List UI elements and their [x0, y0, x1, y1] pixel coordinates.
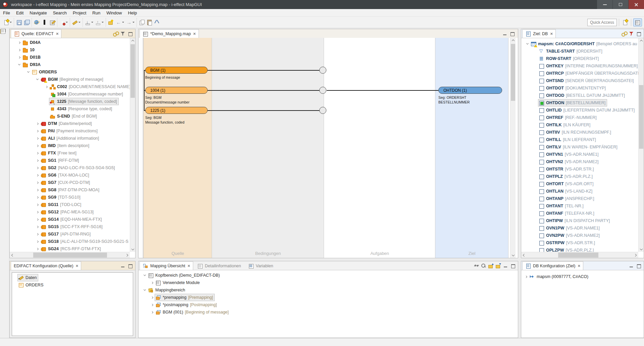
scrollbar-thumb[interactable] [639, 85, 643, 149]
expand-arrow-icon[interactable] [44, 86, 49, 88]
tree-row-ohtilv[interactable]: OHTILV[ILN WAREN- EMPFÄNGER] [521, 143, 638, 151]
close-button[interactable] [629, 0, 644, 9]
tree-row-ohtvn2[interactable]: OHTVN2[VS-ADR.NAME2] [521, 158, 638, 165]
tab-detailinformationen[interactable]: Detailinformationen [194, 261, 244, 270]
cut-button[interactable] [153, 19, 161, 26]
mapgui-perspective-button[interactable] [633, 18, 642, 26]
mapping-canvas[interactable]: Quelle Bedingungen Aufgaben Ziel BGM (1)… [139, 38, 518, 258]
scroll-down-icon[interactable] [511, 253, 516, 258]
tree-row-ohtlid[interactable]: OHTLID[LIEFERTERMIN DATUM JHJJMMTT] [521, 107, 638, 114]
menu-project[interactable]: Project [70, 9, 89, 16]
maximize-icon[interactable] [636, 263, 642, 269]
menu-edit[interactable]: Edit [13, 9, 26, 16]
menu-help[interactable]: Help [125, 9, 140, 16]
save-all-button[interactable] [23, 19, 31, 26]
palette-strip[interactable] [139, 38, 144, 258]
save-as-button[interactable] [48, 19, 56, 26]
close-tab-icon[interactable]: × [193, 31, 196, 36]
sort-icon[interactable] [473, 263, 479, 269]
filter-icon[interactable] [120, 31, 126, 37]
minimize-button[interactable] [597, 0, 612, 9]
marker-button[interactable] [41, 19, 48, 26]
maximize-icon[interactable] [127, 263, 133, 269]
scrollbar-thumb[interactable] [511, 44, 515, 101]
tree-row-ostrpw[interactable]: OSTRPW[VS-ADR.STR.] [521, 239, 638, 247]
tab-ziel-db[interactable]: Ziel: DB × [522, 29, 556, 38]
tree-row-ovn1pw[interactable]: OVN1PW[VS-ADR.NAME1] [521, 224, 638, 232]
tree-row-d93a[interactable]: D93A [10, 61, 130, 68]
dropdown-arrow-icon[interactable] [66, 22, 68, 23]
expand-arrow-icon[interactable] [149, 304, 155, 306]
tree-row-sg18[interactable]: SG18[ALC-ALI-DTM-SG19-SG20-SG21-S [10, 238, 130, 245]
tree-row-mapsm-i009777t-c#aco-[interactable]: mapsm (I009777T, C#ACO) [521, 273, 644, 280]
copy-button[interactable] [138, 19, 146, 26]
tree-row-mapsm-c#aco-ordersht[interactable]: mapsm: C#ACO/ORDERSHT[Beispiel ORDERS au [521, 40, 638, 48]
tree-row-mappingbereich[interactable]: Mappingbereich [139, 286, 518, 294]
vertical-scrollbar[interactable] [510, 38, 516, 258]
tree-row-ohtort[interactable]: OHTORT[VS-ADR.ORT] [521, 180, 638, 188]
mapping-port-1225[interactable] [319, 107, 326, 114]
tree-row--premapping[interactable]: *premapping[Premapping] [139, 294, 518, 301]
tab-edifact-konfiguration[interactable]: EDIFACT Konfiguration (Quelle) × [11, 261, 81, 270]
tree-row-ohtipw[interactable]: OHTIPW[ILN DISPATCH PARTY] [521, 217, 638, 224]
scroll-right-icon[interactable] [124, 253, 130, 258]
tree-row-imd[interactable]: IMD[Item description] [10, 142, 130, 149]
tree-row-1225[interactable]: 1225[Message function, coded] [10, 98, 130, 105]
dropdown-arrow-icon[interactable] [102, 22, 104, 23]
close-tab-icon[interactable]: × [187, 263, 190, 268]
vertical-scrollbar[interactable] [638, 38, 644, 252]
tree-row-orders[interactable]: ORDERS [12, 281, 133, 289]
expand-arrow-icon[interactable] [35, 160, 40, 161]
tree-row-ohtrcp[interactable]: OHTRCP[EMPFÄNGER ÜBERTRAGUNGSDATE [521, 70, 638, 77]
expand-arrow-icon[interactable] [149, 297, 155, 298]
tree-row-ohtdot[interactable]: OHTDOT[DOKUMENTENTYP] [521, 84, 638, 92]
tree-row-ohtilk[interactable]: OHTILK[ILN KÄUFER] [521, 121, 638, 129]
tree-row-sg24[interactable]: SG24[RCS-RFF-DTM-FTX] [10, 245, 130, 252]
tree-row-1004[interactable]: 1004[Document/message number] [10, 90, 130, 98]
tree-row-d04a[interactable]: D04A [10, 39, 130, 46]
tree-row-sg6[interactable]: SG6[TAX-MOA-LOC] [10, 171, 130, 179]
map-node-1225[interactable]: 1225 (1) [145, 107, 208, 114]
highlight-marker-button[interactable] [71, 19, 82, 26]
tree-row-10[interactable]: 10 [10, 46, 130, 54]
collapse-arrow-icon[interactable] [16, 64, 22, 65]
expand-arrow-icon[interactable] [35, 145, 40, 147]
maximize-icon[interactable] [510, 263, 516, 269]
tab-variablen[interactable]: Variablen [245, 261, 276, 270]
tree-row-ohtref[interactable]: OHTREF[REF.-NUMMER] [521, 114, 638, 121]
expand-arrow-icon[interactable] [35, 138, 40, 139]
tree-row-ohtplz[interactable]: OHTPLZ[VS-ADR.PLZ.] [521, 173, 638, 180]
maximize-icon[interactable] [636, 31, 642, 37]
tree-row-sg11[interactable]: SG11[TOD-LOC] [10, 201, 130, 208]
expand-arrow-icon[interactable] [149, 312, 155, 313]
tree-row-table-start[interactable]: TABLE-START[ORDERSHT] [521, 48, 638, 55]
tree-row-dtm[interactable]: DTM[Date/time/period] [10, 120, 130, 127]
tree-row-ohtvn1[interactable]: OHTVN1[VS-ADR.NAME1] [521, 151, 638, 158]
tree-row-sg8[interactable]: SG8[PAT-DTM-PCD-MOA] [10, 186, 130, 194]
tree-row-ohtdod[interactable]: OHTDOD[BESTELL DATUM JHJJMMTT] [521, 92, 638, 99]
quick-access-button[interactable]: Quick Access [587, 19, 617, 26]
expand-arrow-icon[interactable] [16, 49, 22, 51]
tab-db-konfiguration[interactable]: DB Konfiguration (Ziel) × [522, 261, 583, 270]
close-tab-icon[interactable]: × [578, 263, 580, 268]
collapse-arrow-icon[interactable] [25, 72, 31, 72]
tree-row-4343[interactable]: 4343[Response type, coded] [10, 105, 130, 113]
scrollbar-thumb[interactable] [130, 44, 135, 98]
tab-demo-mapping[interactable]: *Demo_Mapping.map × [140, 29, 199, 38]
tree-row-sg17[interactable]: SG17[API-DTM-RNG] [10, 230, 130, 238]
tab-mapping-uebersicht[interactable]: Mapping Übersicht × [140, 261, 193, 270]
vertical-scrollbar[interactable] [130, 38, 135, 252]
expand-arrow-icon[interactable] [35, 167, 40, 169]
tree-row-ftx[interactable]: FTX[Free text] [10, 149, 130, 157]
tree-row-ohtstr[interactable]: OHTSTR[VS-ADR.STR.] [521, 165, 638, 173]
dropdown-arrow-icon[interactable] [122, 22, 124, 23]
import-button[interactable] [84, 19, 94, 26]
minimize-icon[interactable] [629, 263, 634, 269]
tree-row-verwendete-module[interactable]: Verwendete Module [139, 279, 518, 286]
scrollbar-thumb[interactable] [558, 253, 598, 258]
tree-row-sg1[interactable]: SG1[RFF-DTM] [10, 157, 130, 164]
search-icon[interactable] [481, 263, 486, 269]
tree-row-ohtanp[interactable]: OHTANP[ANSPRECHP.] [521, 195, 638, 202]
dropdown-arrow-icon[interactable] [10, 22, 12, 23]
tree-row-sg2[interactable]: SG2[NAD-LOC-FII-SG3-SG4-SG5] [10, 164, 130, 171]
